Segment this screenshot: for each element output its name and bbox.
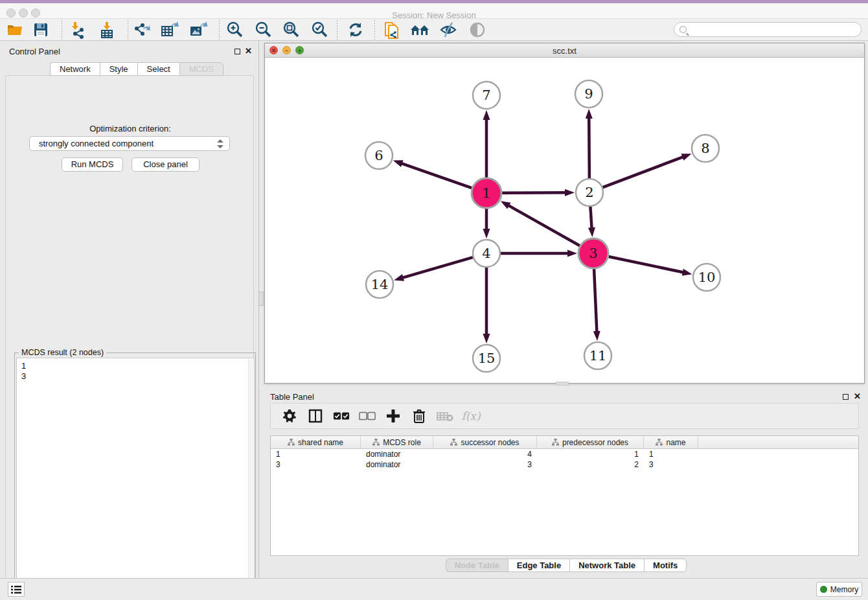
tab-network-table[interactable]: Network Table	[569, 559, 644, 572]
import-network-button[interactable]	[67, 21, 89, 39]
zoom-selected-button[interactable]	[308, 21, 330, 39]
create-column-button[interactable]	[385, 408, 402, 424]
table-row[interactable]: 3dominator323	[271, 459, 858, 470]
refresh-layout-button[interactable]	[345, 21, 367, 39]
graph-edge-1-6[interactable]	[401, 163, 472, 188]
save-session-button[interactable]	[30, 21, 52, 39]
column-header[interactable]: predecessor nodes	[537, 436, 644, 448]
show-columns-button[interactable]	[307, 408, 324, 424]
table-header-row: shared nameMCDS rolesuccessor nodesprede…	[271, 436, 858, 449]
copy-style-button[interactable]	[381, 21, 403, 39]
memory-button[interactable]: Memory	[816, 582, 862, 597]
arrowhead-icon	[682, 269, 692, 276]
float-panel-icon[interactable]	[234, 49, 240, 54]
tab-select[interactable]: Select	[137, 62, 179, 76]
task-history-button[interactable]	[8, 582, 25, 597]
zoom-fit-button[interactable]	[280, 21, 302, 39]
unselect-all-columns-button[interactable]	[359, 408, 376, 424]
graph-edge-1-2[interactable]	[502, 192, 566, 193]
tab-mcds[interactable]: MCDS	[179, 62, 223, 76]
app-titlebar: Session: New Session	[0, 3, 868, 18]
zoom-in-button[interactable]	[223, 21, 246, 39]
hide-selected-button[interactable]	[437, 21, 459, 39]
delete-columns-button[interactable]	[411, 408, 428, 424]
checked-boxes-icon	[333, 411, 350, 421]
graph-node-label: 2	[585, 185, 593, 200]
graph-edge-2-9[interactable]	[589, 117, 589, 178]
zoom-fit-icon	[282, 21, 300, 39]
control-panel: Control Panel ✕ Network Style Select MCD…	[0, 41, 259, 578]
graph-edge-3-1[interactable]	[508, 205, 580, 246]
export-table-button[interactable]	[159, 21, 181, 39]
graph-edge-2-3[interactable]	[590, 207, 591, 229]
zoom-out-button[interactable]	[252, 21, 274, 39]
copy-style-icon	[383, 20, 401, 40]
mcds-result-list[interactable]: 1 3	[16, 358, 255, 598]
network-canvas[interactable]: 7968124314101511	[265, 58, 864, 383]
vertical-splitter-grip[interactable]	[258, 292, 264, 306]
mcds-result-groupbox: MCDS result (2 nodes) 1 3	[14, 352, 256, 599]
arrowhead-icon	[483, 334, 490, 343]
column-header[interactable]: MCDS role	[361, 436, 433, 448]
export-network-icon	[131, 21, 151, 39]
table-cell[interactable]: 3	[644, 459, 698, 470]
export-network-button[interactable]	[130, 21, 152, 39]
graph-node-label: 10	[698, 270, 716, 285]
table-cell[interactable]: dominator	[361, 459, 433, 470]
table-cell[interactable]: 1	[271, 449, 361, 459]
tab-network[interactable]: Network	[50, 62, 100, 76]
table-cell[interactable]: 2	[537, 459, 644, 470]
arrowhead-icon	[483, 229, 490, 238]
column-header[interactable]: successor nodes	[433, 436, 537, 448]
run-mcds-button[interactable]: Run MCDS	[62, 157, 123, 172]
table-cell[interactable]: dominator	[361, 449, 433, 459]
table-cell[interactable]: 3	[271, 459, 361, 470]
node-table: shared nameMCDS rolesuccessor nodesprede…	[270, 435, 859, 556]
export-image-button[interactable]	[187, 21, 209, 39]
graph-edge-3-10[interactable]	[608, 257, 683, 273]
close-table-panel-icon[interactable]: ✕	[854, 391, 861, 401]
tab-motifs[interactable]: Motifs	[644, 559, 687, 572]
select-all-columns-button[interactable]	[333, 408, 350, 424]
float-table-panel-icon[interactable]	[843, 394, 849, 400]
tab-node-table[interactable]: Node Table	[446, 559, 508, 572]
graph-edge-2-8[interactable]	[603, 157, 684, 187]
close-panel-icon[interactable]: ✕	[245, 46, 252, 56]
table-cell[interactable]: 1	[644, 449, 698, 459]
table-cell[interactable]: 1	[537, 449, 644, 459]
control-panel-title: Control Panel	[9, 47, 60, 56]
table-cell[interactable]: 4	[433, 449, 537, 459]
graph-edge-4-14[interactable]	[402, 257, 473, 278]
table-row[interactable]: 1dominator411	[271, 449, 858, 459]
tab-style[interactable]: Style	[100, 62, 137, 76]
arrowhead-icon	[483, 110, 490, 120]
graph-edge-3-11[interactable]	[594, 269, 597, 332]
network-graph: 7968124314101511	[265, 58, 864, 383]
horizontal-splitter-grip[interactable]	[556, 382, 569, 386]
tab-edge-table[interactable]: Edge Table	[508, 559, 569, 572]
arrowhead-icon	[501, 201, 511, 209]
open-file-button[interactable]	[4, 21, 26, 39]
list-icon	[10, 585, 22, 594]
table-options-button[interactable]	[281, 408, 298, 424]
first-neighbors-button[interactable]	[409, 21, 431, 39]
result-node: 1	[21, 361, 254, 371]
graph-node-label: 11	[589, 348, 607, 363]
save-icon	[33, 22, 49, 38]
graph-node-label: 8	[701, 141, 709, 156]
network-window-titlebar[interactable]: ✕ − ＋ scc.txt	[265, 43, 864, 58]
show-all-button[interactable]	[466, 21, 488, 39]
trash-icon	[413, 409, 426, 423]
column-header[interactable]: shared name	[271, 436, 361, 448]
close-panel-button[interactable]: Close panel	[131, 157, 200, 172]
import-table-button[interactable]	[96, 21, 118, 39]
search-icon	[680, 26, 687, 33]
import-table-icon	[98, 21, 116, 39]
table-tabs: Node Table Edge Table Network Table Moti…	[264, 559, 868, 575]
column-header[interactable]: name	[644, 436, 698, 448]
table-cell[interactable]: 3	[433, 459, 537, 470]
criterion-dropdown[interactable]: strongly connected component	[29, 136, 230, 151]
search-input[interactable]	[690, 24, 861, 36]
table-body: 1dominator4113dominator323	[271, 449, 858, 470]
result-scrollbar[interactable]	[248, 359, 253, 598]
